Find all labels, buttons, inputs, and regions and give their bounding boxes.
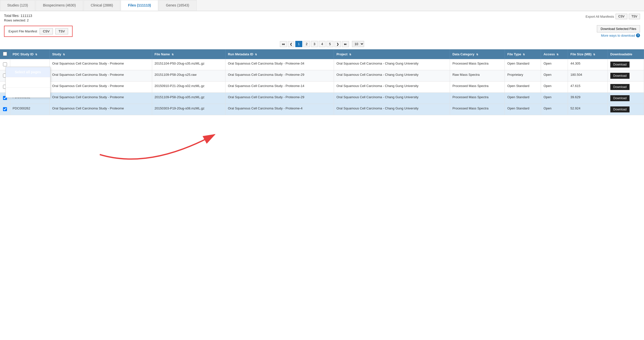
export-all-csv-button[interactable]: CSV: [616, 14, 627, 19]
export-manifest-tsv-button[interactable]: TSV: [55, 28, 68, 34]
cell-data-category: Processed Mass Spectra: [450, 104, 504, 115]
export-manifest-csv-button[interactable]: CSV: [40, 28, 53, 34]
checkbox-header-cell: Select all pages Select this page Select…: [0, 49, 10, 59]
files-table: Select all pages Select this page Select…: [0, 49, 644, 115]
cell-download[interactable]: Download: [608, 104, 644, 115]
page-first-button[interactable]: ⏮: [280, 41, 287, 47]
pagination-bar: ⏮ ❮ 1 2 3 4 5 ❯ ⏭ 10 20 50: [0, 39, 644, 49]
cell-access: Open: [541, 81, 568, 93]
more-ways-link[interactable]: More ways to download ?: [601, 33, 640, 37]
page-3-button[interactable]: 3: [311, 41, 318, 47]
cell-file-type: Open Standard: [505, 81, 541, 93]
row-checkbox[interactable]: [3, 107, 7, 111]
page-last-button[interactable]: ⏭: [342, 41, 349, 47]
info-bar: Total files: 111113 Rows selected: 2 Exp…: [0, 11, 644, 24]
cell-file-name: 20151109-P58-20ug-s05.mzML.gz: [152, 93, 225, 104]
cell-data-category: Processed Mass Spectra: [450, 93, 504, 104]
table-wrapper: Select all pages Select this page Select…: [0, 49, 644, 115]
page-2-button[interactable]: 2: [303, 41, 310, 47]
cell-file-type: Open Standard: [505, 59, 541, 70]
export-manifest-box: Export File Manifest CSV TSV: [4, 26, 72, 37]
cell-access: Open: [541, 70, 568, 81]
tab-studies[interactable]: Studies (123): [0, 0, 35, 11]
table-row: PDC000262 Oral Squamous Cell Carcinoma S…: [0, 104, 644, 115]
controls-bar: Export File Manifest CSV TSV Download Se…: [0, 24, 644, 39]
select-this-page-item[interactable]: Select this page: [6, 77, 50, 87]
page-prev-button[interactable]: ❮: [288, 41, 294, 47]
page-5-button[interactable]: 5: [326, 41, 333, 47]
table-row: PDC000262 Oral Squamous Cell Carcinoma S…: [0, 93, 644, 104]
table-row: PDC000262 Oral Squamous Cell Carcinoma S…: [0, 81, 644, 93]
cell-project: Oral Squamous Cell Carcinoma - Chang Gun…: [334, 93, 450, 104]
cell-run-metadata-id: Oral Squamous Cell Carcinoma Study - Pro…: [225, 104, 334, 115]
row-download-button[interactable]: Download: [610, 61, 630, 67]
export-all-tsv-button[interactable]: TSV: [629, 14, 640, 19]
page-1-button[interactable]: 1: [295, 41, 302, 47]
row-download-button[interactable]: Download: [610, 106, 630, 112]
cell-study: Oral Squamous Cell Carcinoma Study - Pro…: [50, 81, 152, 93]
cell-file-name: 20150910-P21-20ug-s02.mzML.gz: [152, 81, 225, 93]
col-file-name[interactable]: File Name ⇅: [152, 49, 225, 59]
total-files-label: Total files: 111113: [4, 14, 640, 18]
select-all-checkbox[interactable]: [3, 52, 7, 56]
select-all-pages-item[interactable]: Select all pages: [6, 67, 50, 77]
cell-project: Oral Squamous Cell Carcinoma - Chang Gun…: [334, 81, 450, 93]
download-selected-button[interactable]: Download Selected Files: [597, 25, 640, 32]
col-run-metadata-id[interactable]: Run Metadata ID ⇅: [225, 49, 334, 59]
cell-study: Oral Squamous Cell Carcinoma Study - Pro…: [50, 70, 152, 81]
cell-data-category: Raw Mass Spectra: [450, 70, 504, 81]
tab-biospecimens[interactable]: Biospecimens (4630): [36, 0, 83, 11]
cell-study: Oral Squamous Cell Carcinoma Study - Pro…: [50, 93, 152, 104]
tabs-bar: Studies (123) Biospecimens (4630) Clinic…: [0, 0, 644, 11]
cell-access: Open: [541, 59, 568, 70]
row-download-button[interactable]: Download: [610, 73, 630, 79]
select-none-item[interactable]: Select None: [6, 87, 50, 97]
row-download-button[interactable]: Download: [610, 95, 630, 101]
select-dropdown-menu: Select all pages Select this page Select…: [6, 67, 50, 98]
cell-download[interactable]: Download: [608, 93, 644, 104]
info-icon: ?: [636, 33, 640, 37]
page-4-button[interactable]: 4: [319, 41, 326, 47]
col-file-type[interactable]: File Type ⇅: [505, 49, 541, 59]
cell-project: Oral Squamous Cell Carcinoma - Chang Gun…: [334, 59, 450, 70]
table-row: PDC000262 Oral Squamous Cell Carcinoma S…: [0, 70, 644, 81]
cell-run-metadata-id: Oral Squamous Cell Carcinoma Study - Pro…: [225, 93, 334, 104]
cell-download[interactable]: Download: [608, 81, 644, 93]
cell-project: Oral Squamous Cell Carcinoma - Chang Gun…: [334, 70, 450, 81]
col-study[interactable]: Study ⇅: [50, 49, 152, 59]
export-all-label: Export All Manifests: [586, 15, 614, 18]
page-size-select[interactable]: 10 20 50: [352, 41, 364, 47]
cell-download[interactable]: Download: [608, 59, 644, 70]
cell-study: Oral Squamous Cell Carcinoma Study - Pro…: [50, 59, 152, 70]
row-checkbox-cell[interactable]: [0, 104, 10, 115]
cell-download[interactable]: Download: [608, 70, 644, 81]
page-next-button[interactable]: ❯: [334, 41, 341, 47]
cell-data-category: Processed Mass Spectra: [450, 59, 504, 70]
cell-file-size: 47.615: [568, 81, 608, 93]
cell-study: Oral Squamous Cell Carcinoma Study - Pro…: [50, 104, 152, 115]
cell-project: Oral Squamous Cell Carcinoma - Chang Gun…: [334, 104, 450, 115]
cell-run-metadata-id: Oral Squamous Cell Carcinoma Study - Pro…: [225, 81, 334, 93]
row-download-button[interactable]: Download: [610, 84, 630, 90]
cell-file-name: 20150303-P19-20ug-s08.mzML.gz: [152, 104, 225, 115]
cell-file-type: Proprietary: [505, 70, 541, 81]
export-all-area: Export All Manifests CSV TSV: [586, 14, 640, 19]
cell-file-size: 180.504: [568, 70, 608, 81]
cell-file-size: 39.629: [568, 93, 608, 104]
col-file-size[interactable]: File Size (MB) ⇅: [568, 49, 608, 59]
tab-files[interactable]: Files (111113): [121, 0, 158, 11]
right-controls: Download Selected Files More ways to dow…: [597, 25, 640, 37]
tab-genes[interactable]: Genes (16543): [159, 0, 196, 11]
col-data-category[interactable]: Data Category ⇅: [450, 49, 504, 59]
table-row: Oral Squamous Cell Carcinoma Study - Pro…: [0, 59, 644, 70]
cell-file-type: Open Standard: [505, 104, 541, 115]
cell-run-metadata-id: Oral Squamous Cell Carcinoma Study - Pro…: [225, 59, 334, 70]
tab-clinical[interactable]: Clinical (2886): [84, 0, 120, 11]
cell-access: Open: [541, 93, 568, 104]
cell-file-size: 44.305: [568, 59, 608, 70]
col-project[interactable]: Project ⇅: [334, 49, 450, 59]
col-access[interactable]: Access ⇅: [541, 49, 568, 59]
col-pdc-study-id[interactable]: PDC Study ID ⇅: [10, 49, 50, 59]
row-checkbox[interactable]: [3, 62, 7, 66]
cell-access: Open: [541, 104, 568, 115]
